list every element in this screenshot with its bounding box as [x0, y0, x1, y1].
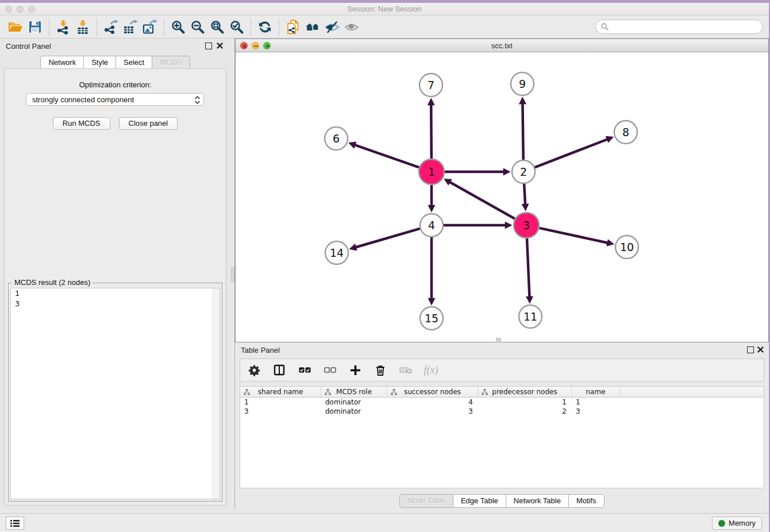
tab-network-table[interactable]: Network Table [506, 494, 569, 508]
tab-node-table[interactable]: Node Table [399, 494, 453, 508]
table-cell[interactable]: 3 [572, 407, 620, 416]
graph-node-8[interactable]: 8 [614, 121, 637, 144]
graph-edge-4-14[interactable] [356, 229, 420, 248]
main-toolbar [0, 16, 769, 38]
table-cell[interactable]: dominator [321, 407, 387, 416]
zoom-in-button[interactable] [168, 18, 188, 36]
window-title: Session: New Session [0, 5, 769, 13]
graph-edge-2-8[interactable] [535, 139, 608, 167]
select-all-icon [299, 367, 311, 373]
table-settings-button[interactable] [247, 363, 261, 377]
table-row[interactable]: 1dominator411 [240, 398, 764, 407]
graph-node-15[interactable]: 15 [420, 307, 443, 330]
deselect-all-button[interactable] [323, 363, 337, 377]
table-cell[interactable]: 3 [240, 407, 321, 416]
close-table-panel-icon[interactable] [757, 346, 764, 353]
table-cell[interactable]: 1 [240, 398, 321, 407]
graph-edge-2-3[interactable] [524, 184, 525, 205]
hide-selected-button[interactable] [322, 18, 342, 36]
node-table: shared nameMCDS rolesuccessor nodesprede… [240, 386, 764, 488]
delete-table-icon [399, 365, 413, 375]
graph-edge-3-10[interactable] [539, 228, 607, 243]
graph-node-14[interactable]: 14 [325, 241, 348, 264]
zoom-out-icon [190, 20, 205, 34]
graph-edge-1-7[interactable] [431, 105, 432, 159]
tab-select[interactable]: Select [116, 56, 152, 70]
column-header-name[interactable]: name [572, 387, 620, 397]
network-window-title: scc.txt [236, 41, 768, 50]
table-cell[interactable]: 1 [572, 398, 620, 407]
tab-edge-table[interactable]: Edge Table [453, 494, 506, 508]
zoom-selected-button[interactable] [227, 18, 247, 36]
network-from-file-button[interactable] [283, 18, 303, 36]
tab-style[interactable]: Style [84, 56, 116, 70]
splitter-grip[interactable] [231, 267, 234, 282]
export-image-button[interactable] [140, 18, 160, 36]
save-session-button[interactable] [25, 18, 45, 36]
graph-node-6[interactable]: 6 [325, 127, 348, 150]
run-mcds-button[interactable]: Run MCDS [53, 117, 110, 130]
search-box[interactable] [595, 20, 763, 34]
network-canvas[interactable]: 7968124314101511 [236, 52, 768, 342]
table-row[interactable]: 3dominator323 [240, 407, 764, 416]
memory-label: Memory [729, 519, 756, 527]
table-cell[interactable]: 3 [387, 407, 478, 416]
toggle-column-button[interactable] [272, 363, 286, 377]
graph-node-3[interactable]: 3 [514, 213, 539, 238]
add-row-button[interactable] [348, 363, 362, 377]
import-table-button[interactable] [73, 18, 93, 36]
graph-edge-1-6[interactable] [355, 145, 419, 167]
graph-node-11[interactable]: 11 [519, 305, 542, 328]
first-neighbors-button[interactable] [303, 18, 322, 36]
delete-row-button[interactable] [374, 363, 387, 377]
select-all-button[interactable] [298, 363, 311, 377]
graph-node-9[interactable]: 9 [511, 72, 534, 95]
import-table-icon [75, 20, 90, 34]
tab-network[interactable]: Network [40, 56, 84, 70]
toggle-column-icon [274, 364, 285, 376]
export-table-button[interactable] [121, 18, 140, 36]
import-network-button[interactable] [53, 18, 73, 36]
table-cell[interactable]: 1 [478, 398, 572, 407]
open-session-icon [8, 20, 23, 34]
result-scrollbar[interactable] [213, 288, 220, 499]
column-header-successor-nodes[interactable]: successor nodes [387, 387, 478, 397]
table-cell[interactable]: 2 [478, 407, 572, 416]
network-from-file-icon [286, 20, 301, 34]
table-cell[interactable]: dominator [321, 398, 387, 407]
close-panel-icon[interactable] [216, 42, 224, 49]
float-panel-icon[interactable] [205, 43, 212, 49]
graph-node-4[interactable]: 4 [420, 214, 443, 237]
svg-text:6: 6 [333, 132, 340, 145]
show-all-button[interactable] [342, 18, 361, 36]
graph-edge-3-11[interactable] [527, 238, 529, 297]
toolbar-separator [164, 18, 164, 36]
vertical-splitter[interactable] [230, 38, 235, 509]
task-history-button[interactable] [6, 516, 24, 530]
svg-text:2: 2 [520, 165, 527, 178]
graph-edge-3-1[interactable] [449, 182, 515, 219]
selected-option-label: strongly connected component [32, 95, 134, 104]
open-session-button[interactable] [6, 18, 25, 36]
column-header-shared-name[interactable]: shared name [240, 387, 321, 397]
table-cell[interactable]: 4 [387, 398, 478, 407]
optimization-criterion-select[interactable]: strongly connected component [26, 93, 204, 106]
close-panel-button[interactable]: Close panel [119, 117, 178, 130]
memory-button[interactable]: Memory [712, 516, 762, 530]
graph-node-2[interactable]: 2 [512, 160, 535, 183]
refresh-view-button[interactable] [255, 18, 275, 36]
zoom-fit-button[interactable] [207, 18, 227, 36]
float-table-panel-icon[interactable] [747, 346, 754, 353]
export-network-button[interactable] [101, 18, 121, 36]
zoom-out-button[interactable] [188, 18, 207, 36]
tab-mcds[interactable]: MCDS [152, 56, 190, 70]
tab-motifs[interactable]: Motifs [569, 494, 605, 508]
graph-node-7[interactable]: 7 [419, 74, 442, 97]
search-input[interactable] [611, 22, 763, 31]
column-header-MCDS-role[interactable]: MCDS role [321, 387, 387, 397]
graph-node-1[interactable]: 1 [419, 159, 444, 184]
graph-node-10[interactable]: 10 [615, 236, 638, 259]
graph-edge-2-9[interactable] [522, 103, 523, 160]
column-header-predecessor-nodes[interactable]: predecessor nodes [478, 387, 572, 397]
canvas-splitter-grip[interactable] [496, 338, 501, 341]
